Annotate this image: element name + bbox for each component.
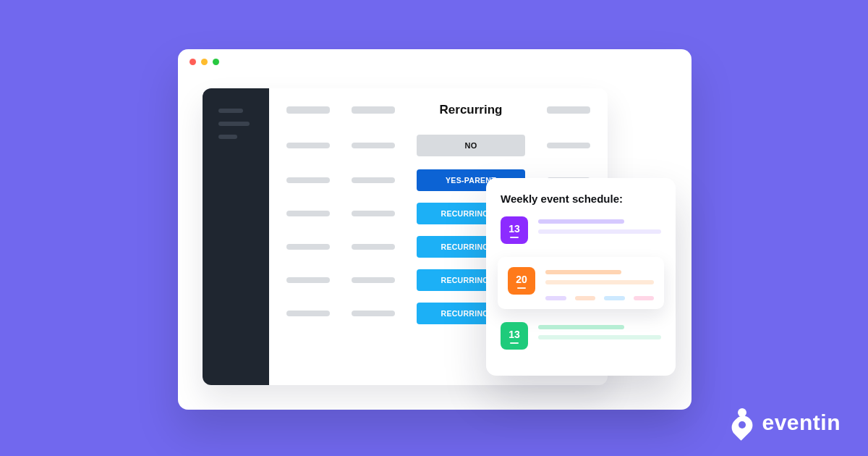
sidebar-item[interactable]	[218, 135, 237, 139]
table-header: Rercurring	[286, 103, 590, 117]
bar-placeholder	[538, 229, 661, 234]
bar-placeholder	[634, 296, 655, 300]
column-header-placeholder	[352, 106, 395, 114]
schedule-item[interactable]: 13	[501, 216, 661, 244]
column-header-placeholder	[547, 106, 590, 114]
window-controls	[178, 49, 692, 74]
cell-placeholder	[352, 277, 395, 283]
close-dot-icon[interactable]	[190, 59, 196, 65]
date-chip: 20	[508, 267, 535, 295]
sidebar-item[interactable]	[218, 122, 250, 126]
brand-logo: eventin	[730, 408, 841, 437]
bar-placeholder	[604, 296, 625, 300]
sidebar-item[interactable]	[218, 109, 243, 113]
schedule-item[interactable]: 20	[498, 257, 664, 309]
cell-placeholder	[286, 211, 330, 216]
bar-placeholder	[538, 325, 624, 329]
cell-placeholder	[352, 211, 395, 216]
bar-placeholder	[545, 296, 566, 300]
column-header-recurring: Rercurring	[417, 103, 525, 117]
bar-placeholder	[538, 335, 661, 339]
cell-placeholder	[286, 277, 330, 283]
schedule-title: Weekly event schedule:	[501, 193, 661, 205]
cell-placeholder	[286, 143, 330, 148]
recurring-button[interactable]: NO	[417, 135, 525, 156]
bar-placeholder	[545, 270, 621, 274]
sidebar	[203, 88, 269, 385]
minimize-dot-icon[interactable]	[201, 59, 208, 65]
cell-placeholder	[352, 143, 395, 148]
schedule-subbars	[545, 296, 654, 300]
date-number: 13	[509, 223, 520, 235]
schedule-bars	[545, 267, 654, 300]
date-chip: 13	[501, 322, 528, 350]
column-header-placeholder	[286, 106, 330, 114]
schedule-list: 132013	[501, 216, 661, 350]
schedule-item[interactable]: 13	[501, 322, 661, 350]
schedule-bars	[538, 216, 661, 234]
brand-mark-icon	[730, 408, 754, 437]
cell-placeholder	[352, 177, 395, 183]
table-row: NO	[286, 127, 590, 164]
date-number: 20	[516, 274, 527, 285]
cell-placeholder	[286, 177, 330, 183]
cell-placeholder	[286, 311, 330, 316]
date-chip: 13	[501, 216, 528, 244]
cell-placeholder	[352, 244, 395, 250]
cell-placeholder	[286, 244, 330, 250]
brand-name: eventin	[762, 410, 841, 435]
bar-placeholder	[545, 280, 654, 284]
cell-placeholder	[352, 311, 395, 316]
date-number: 13	[509, 329, 520, 340]
cell-placeholder	[547, 143, 590, 148]
maximize-dot-icon[interactable]	[213, 59, 219, 65]
bar-placeholder	[538, 219, 624, 224]
schedule-bars	[538, 322, 661, 339]
schedule-panel: Weekly event schedule: 132013	[486, 178, 676, 376]
bar-placeholder	[575, 296, 596, 300]
